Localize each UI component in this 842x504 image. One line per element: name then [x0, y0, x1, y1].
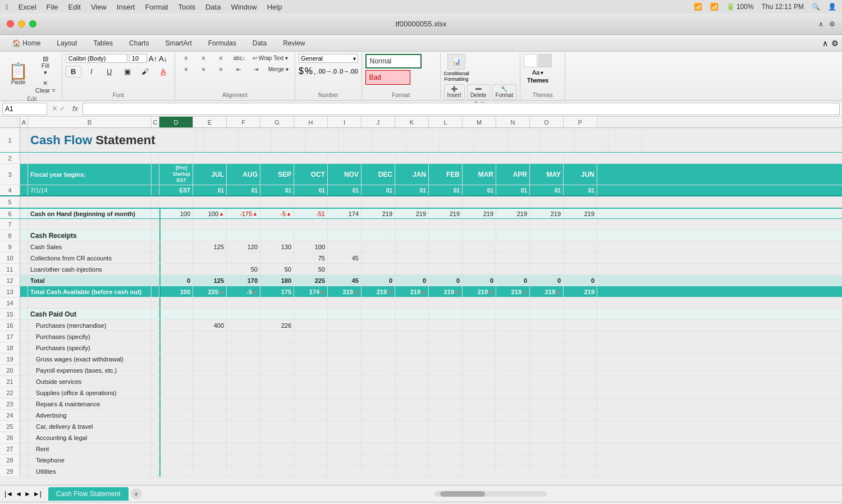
cell-a14[interactable]: [20, 297, 28, 308]
cell-a19[interactable]: [20, 354, 28, 364]
cell-n24[interactable]: [496, 410, 530, 420]
cell-j10[interactable]: [361, 253, 395, 263]
cell-e4[interactable]: 01: [193, 185, 227, 195]
cell-j19[interactable]: [361, 354, 395, 364]
cell-e23[interactable]: [193, 398, 227, 409]
cell-j23[interactable]: [361, 398, 395, 409]
cell-c16[interactable]: [152, 320, 159, 331]
cell-n13[interactable]: 219▲: [496, 286, 530, 297]
cell-f12[interactable]: 170: [227, 275, 260, 286]
cell-p11[interactable]: [564, 264, 597, 274]
cell-d18[interactable]: [159, 342, 193, 353]
theme-sample-1[interactable]: [524, 54, 537, 67]
cell-i2[interactable]: [328, 153, 361, 163]
align-bottom-button[interactable]: ≡: [213, 54, 229, 62]
cell-c2[interactable]: [152, 153, 159, 163]
cell-l3[interactable]: FEB: [429, 164, 463, 185]
cell-m12[interactable]: 0: [463, 275, 496, 286]
cell-a16[interactable]: [20, 320, 28, 331]
cell-n2[interactable]: [496, 153, 530, 163]
scrollbar-thumb[interactable]: [440, 491, 485, 497]
cell-d16[interactable]: [159, 320, 193, 331]
cell-k24[interactable]: [395, 410, 429, 420]
align-right-button[interactable]: ≡: [213, 65, 229, 74]
cell-p29[interactable]: [564, 466, 597, 476]
cell-i23[interactable]: [328, 398, 361, 409]
cell-e2[interactable]: [193, 153, 227, 163]
cell-f16[interactable]: [227, 320, 260, 331]
cell-e21[interactable]: [193, 376, 227, 387]
cell-g28[interactable]: [260, 455, 294, 465]
cell-f15[interactable]: [227, 309, 260, 319]
cell-m19[interactable]: [463, 354, 496, 364]
cell-l13[interactable]: 219▲: [429, 286, 463, 297]
cell-n14[interactable]: [496, 297, 530, 308]
cell-m26[interactable]: [463, 432, 496, 443]
nav-prev-sheet-icon[interactable]: ◄: [15, 490, 22, 498]
cell-e17[interactable]: [193, 331, 227, 342]
cell-p24[interactable]: [564, 410, 597, 420]
cell-c3[interactable]: [152, 164, 159, 185]
cell-h25[interactable]: [294, 421, 328, 432]
cell-f4[interactable]: 01: [227, 185, 260, 195]
col-header-d[interactable]: D: [159, 117, 193, 127]
cell-p14[interactable]: [564, 297, 597, 308]
cell-o6[interactable]: 219: [530, 209, 564, 218]
cell-l21[interactable]: [429, 376, 463, 387]
cell-h1[interactable]: [339, 128, 373, 152]
cell-g10[interactable]: [260, 253, 294, 263]
cell-k1[interactable]: [440, 128, 474, 152]
view-menu[interactable]: View: [91, 3, 107, 11]
cell-b3[interactable]: Fiscal year begins:: [28, 164, 152, 185]
cell-l7[interactable]: [429, 219, 463, 230]
col-header-e[interactable]: E: [193, 117, 227, 127]
cell-c19[interactable]: [152, 354, 159, 364]
cell-n29[interactable]: [496, 466, 530, 476]
cell-f24[interactable]: [227, 410, 260, 420]
cell-o16[interactable]: [530, 320, 564, 331]
cell-b10[interactable]: Collections from CR accounts: [28, 253, 152, 263]
cell-c25[interactable]: [152, 421, 159, 432]
cell-k18[interactable]: [395, 342, 429, 353]
cell-k22[interactable]: [395, 387, 429, 398]
bad-style-box[interactable]: Bad: [365, 70, 410, 85]
cell-g7[interactable]: [260, 219, 294, 230]
cell-n22[interactable]: [496, 387, 530, 398]
cell-i11[interactable]: [328, 264, 361, 274]
cell-k23[interactable]: [395, 398, 429, 409]
wrap-text-button[interactable]: ↩ Wrap Text ▾: [250, 54, 291, 62]
cell-e10[interactable]: [193, 253, 227, 263]
cell-e15[interactable]: [193, 309, 227, 319]
indent-decrease-button[interactable]: ⇤: [231, 65, 246, 74]
cell-l20[interactable]: [429, 365, 463, 375]
cell-b8[interactable]: Cash Receipts: [28, 230, 152, 241]
tab-tables[interactable]: Tables: [85, 35, 121, 51]
cell-g22[interactable]: [260, 387, 294, 398]
cell-o11[interactable]: [530, 264, 564, 274]
cell-p25[interactable]: [564, 421, 597, 432]
cell-n21[interactable]: [496, 376, 530, 387]
cell-j7[interactable]: [361, 219, 395, 230]
cell-e16[interactable]: 400: [193, 320, 227, 331]
cell-b20[interactable]: Payroll expenses (taxes, etc.): [28, 365, 152, 375]
nav-first-sheet-icon[interactable]: |◄: [4, 490, 13, 498]
cell-k15[interactable]: [395, 309, 429, 319]
cell-j17[interactable]: [361, 331, 395, 342]
cell-j11[interactable]: [361, 264, 395, 274]
cell-reference-box[interactable]: A1: [2, 103, 47, 115]
cell-e18[interactable]: [193, 342, 227, 353]
cell-f3[interactable]: AUG: [227, 164, 260, 185]
clear-button[interactable]: ✕ Clear =: [33, 79, 58, 95]
cell-f27[interactable]: [227, 443, 260, 454]
cell-k11[interactable]: [395, 264, 429, 274]
cell-l27[interactable]: [429, 443, 463, 454]
font-color-button[interactable]: A: [155, 66, 171, 77]
decrease-decimal-icon[interactable]: .0→.00: [338, 68, 358, 75]
cell-k19[interactable]: [395, 354, 429, 364]
cell-o17[interactable]: [530, 331, 564, 342]
cell-c13[interactable]: [152, 286, 159, 297]
cell-f13[interactable]: -5▲: [227, 286, 260, 297]
grid-body[interactable]: 1 Cash Flow Statement 2: [0, 128, 842, 485]
cell-g3[interactable]: SEP: [260, 164, 294, 185]
align-left-button[interactable]: ≡: [179, 65, 194, 74]
